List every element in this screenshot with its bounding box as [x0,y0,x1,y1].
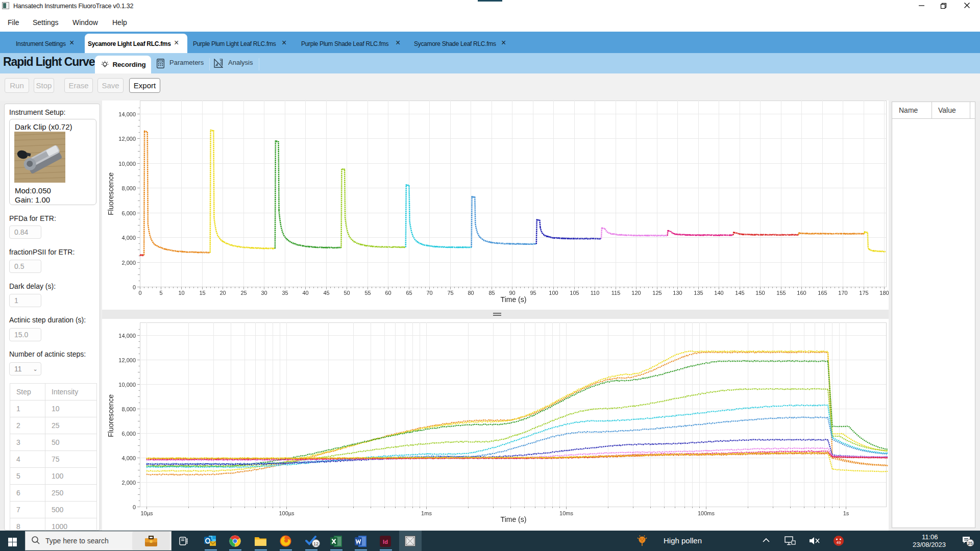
svg-text:Id: Id [383,539,388,545]
svg-text:12: 12 [313,541,318,546]
svg-text:25: 25 [968,541,973,546]
svg-text:49: 49 [837,540,841,545]
